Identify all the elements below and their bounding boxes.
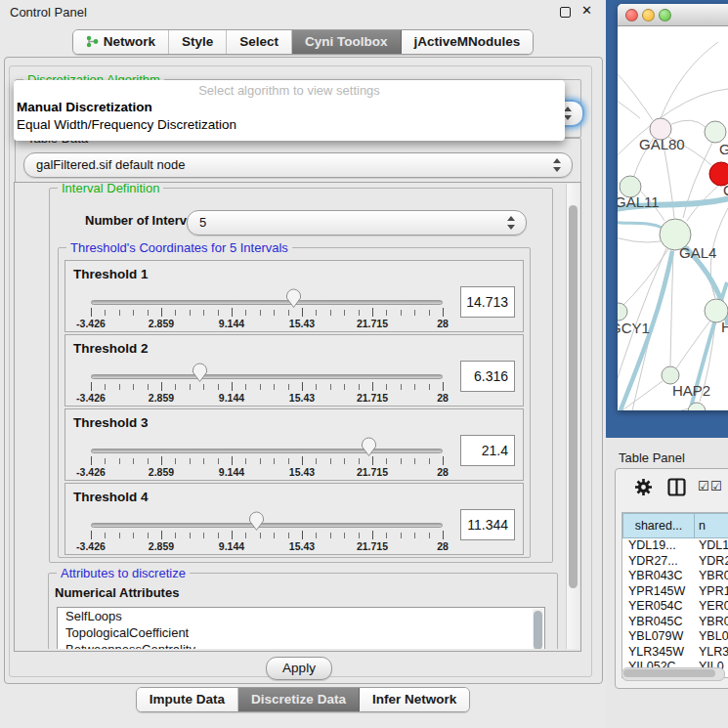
spinner-arrows-icon [564, 106, 572, 121]
table-row[interactable]: YBR045CYBR0 [622, 615, 728, 630]
threshold-panel: Threshold 2-3.4262.8599.14415.4321.71528… [64, 334, 524, 407]
table-cell[interactable]: YLR3 [695, 645, 728, 661]
tab-infer-network[interactable]: Infer Network [360, 688, 469, 711]
zoom-traffic-light-icon[interactable] [659, 9, 671, 21]
table-row[interactable]: YDR27...YDR2 [622, 554, 728, 570]
panel-scrollbar-thumb[interactable] [569, 205, 578, 588]
tab-group: Network Style Select Cyni Toolbox jActiv… [72, 29, 535, 55]
settings-scrollpane: Interval Definition Number of Intervals … [14, 182, 581, 652]
slider-minor-ticks [91, 310, 445, 316]
slider-thumb[interactable] [285, 288, 302, 309]
table-cell[interactable]: YBR045C [622, 615, 695, 630]
table-toolbar: ☑ ☑ [616, 477, 728, 504]
dropdown-option-equal-width[interactable]: Equal Width/Frequency Discretization [14, 116, 565, 134]
threshold-value-field[interactable]: 6.316 [460, 361, 515, 392]
close-traffic-light-icon[interactable] [625, 9, 638, 21]
network-node[interactable] [618, 303, 627, 321]
threshold-value-field[interactable]: 21.4 [460, 435, 515, 466]
slider-tick-label: 21.715 [347, 318, 398, 329]
slider-tick-label: 21.715 [347, 392, 398, 404]
table-row[interactable]: YDL19...YDL1 [622, 538, 728, 554]
table-hscrollbar-thumb[interactable] [623, 669, 715, 677]
network-view-window[interactable]: GAL80GCGAL11GAL4GCY1HHAP2 [618, 4, 728, 410]
table-cell[interactable]: YBL0 [695, 629, 728, 645]
control-panel-titlebar: Control Panel ✕ [0, 0, 606, 25]
column-header-shared-name[interactable]: shared... [622, 513, 695, 538]
numerical-attributes-list[interactable]: SelfLoopsTopologicalCoefficientBetweenne… [57, 607, 545, 649]
slider-thumb[interactable] [248, 511, 265, 532]
network-node[interactable] [705, 121, 726, 143]
split-columns-icon[interactable] [667, 478, 686, 496]
slider-track[interactable] [91, 449, 443, 453]
threshold-value-field[interactable]: 14.713 [460, 286, 515, 318]
slider-major-tick [161, 382, 162, 391]
table-cell[interactable]: YPR1 [695, 584, 728, 600]
network-window-titlebar[interactable] [618, 4, 728, 26]
slider-tick-label: 28 [417, 466, 468, 478]
attribute-list-item[interactable]: SelfLoops [58, 608, 544, 624]
table-row[interactable]: YLR345WYLR3 [622, 645, 728, 661]
table-cell[interactable]: YDL1 [695, 538, 728, 554]
table-cell[interactable]: YBR043C [622, 569, 695, 584]
dropdown-option-manual[interactable]: Manual Discretization [14, 99, 565, 116]
table-cell[interactable]: YDR2 [695, 554, 728, 570]
table-row[interactable]: YER054CYER0 [622, 599, 728, 615]
table-hscrollbar[interactable] [621, 667, 725, 681]
num-intervals-combobox[interactable]: 5 [187, 210, 527, 236]
tab-select[interactable]: Select [227, 30, 292, 54]
table-cell[interactable]: YBR0 [695, 615, 728, 630]
select-all-icon[interactable]: ☑ [710, 479, 722, 493]
slider-thumb[interactable] [361, 437, 377, 457]
column-header-name[interactable]: n [695, 513, 728, 538]
close-icon[interactable]: ✕ [581, 3, 592, 18]
tab-network[interactable]: Network [73, 30, 169, 54]
slider-major-tick [161, 456, 162, 465]
table-cell[interactable]: YDR27... [622, 554, 695, 570]
attribute-list-item[interactable]: TopologicalCoefficient [58, 624, 544, 641]
tab-label: Cyni Toolbox [305, 34, 388, 49]
slider-tick-label: 15.43 [277, 318, 327, 329]
slider-tick-label: 15.43 [277, 392, 327, 404]
tab-style[interactable]: Style [169, 30, 227, 54]
table-row[interactable]: YPR145WYPR1 [622, 584, 728, 600]
apply-button[interactable]: Apply [266, 657, 332, 680]
table-cell[interactable]: YDL19... [622, 538, 695, 554]
tab-jactivemnodules[interactable]: jActiveMNodules [402, 30, 534, 54]
gear-icon[interactable] [634, 478, 653, 496]
settings-viewport: Interval Definition Number of Intervals … [16, 184, 566, 649]
attribute-list-item[interactable]: BetweennessCentrality [58, 641, 544, 649]
table-cell[interactable]: YBR0 [695, 569, 728, 584]
list-scrollbar-thumb[interactable] [534, 611, 542, 649]
threshold-value-field[interactable]: 11.344 [460, 509, 515, 540]
table-cell[interactable]: YLR345W [622, 645, 695, 661]
minimize-traffic-light-icon[interactable] [642, 9, 655, 21]
threshold-label: Threshold 3 [73, 415, 149, 430]
table-cell[interactable]: YBL079W [622, 629, 695, 645]
slider-major-tick [232, 456, 233, 465]
table-cell[interactable]: YER0 [695, 599, 728, 615]
list-scrollbar[interactable] [533, 609, 543, 649]
slider-major-tick [443, 531, 444, 539]
top-tabbar: Network Style Select Cyni Toolbox jActiv… [0, 29, 606, 55]
spinner-arrows-icon [553, 157, 561, 173]
table-row[interactable]: YBL079WYBL0 [622, 629, 728, 645]
float-window-icon[interactable] [560, 7, 571, 18]
tab-discretize-data[interactable]: Discretize Data [238, 688, 360, 711]
slider-tick-label: -3.426 [65, 466, 116, 478]
network-canvas[interactable]: GAL80GCGAL11GAL4GCY1HHAP2 [618, 26, 728, 410]
select-columns-icon[interactable]: ☑ [698, 479, 709, 493]
slider-thumb[interactable] [192, 363, 208, 383]
slider-major-tick [91, 531, 92, 539]
slider-track[interactable] [91, 523, 443, 528]
table-row[interactable]: YBR043CYBR0 [622, 569, 728, 584]
tab-cyni-toolbox[interactable]: Cyni Toolbox [292, 30, 402, 54]
table-cell[interactable]: YPR145W [622, 584, 695, 600]
network-node-label: G [719, 141, 728, 157]
panel-scrollbar[interactable] [566, 184, 579, 649]
table-cell[interactable]: YER054C [622, 599, 695, 615]
slider-minor-ticks [91, 458, 445, 464]
slider-track[interactable] [91, 300, 443, 305]
table-data-combobox[interactable]: galFiltered.sif default node [23, 152, 573, 178]
slider-track[interactable] [91, 374, 443, 379]
tab-impute-data[interactable]: Impute Data [137, 688, 238, 711]
